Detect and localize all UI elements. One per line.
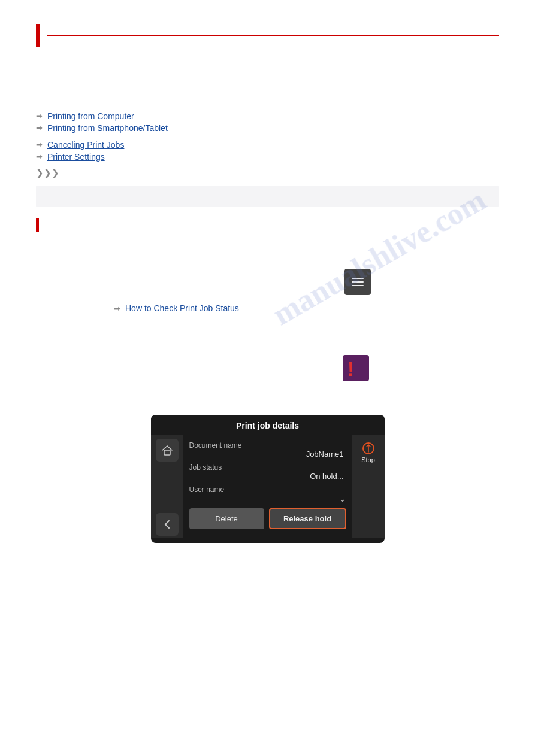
printer-screen-header: Print job details [151,415,385,435]
title-bar [36,24,499,47]
printer-actions: Delete Release hold [189,508,346,529]
section-body-1 [36,61,499,75]
list-icon [349,274,366,290]
see-also-link[interactable]: How to Check Print Job Status [125,303,239,313]
job-status-row: Job status On hold... [189,461,346,481]
printer-screen-content: Document name JobName1 Job status On hol… [183,435,352,538]
warning-icon-box: ! [343,355,369,381]
section2-red-bar [36,218,39,232]
section-body-5 [36,390,499,404]
section-body-4 [36,319,499,333]
svg-rect-0 [352,278,364,279]
section-body-3 [36,238,499,253]
job-status-value: On hold... [189,472,346,481]
svg-rect-1 [352,281,364,283]
link-1[interactable]: Printing from Computer [47,111,134,121]
arrow-icon-4: ➡ [36,152,43,161]
home-button[interactable] [156,439,179,462]
stop-label: Stop [361,456,375,463]
triple-arrow: ❯❯❯ [36,168,499,178]
title-red-bar [36,24,40,47]
title-line [47,35,499,36]
printer-screen: Print job details Document name JobName1 [151,415,385,543]
note-block [36,186,499,207]
link-3[interactable]: Canceling Print Jobs [47,140,124,150]
job-status-label: Job status [189,463,346,472]
document-name-value: JobName1 [189,450,346,459]
back-button[interactable] [156,513,179,536]
warning-icon: ! [343,355,369,381]
stop-button[interactable]: Stop [357,439,380,466]
section-body-2 [36,86,499,101]
user-name-label: User name [189,485,346,494]
arrow-icon-1: ➡ [36,111,43,120]
document-name-label: Document name [189,441,346,450]
link-group-2: ➡ Canceling Print Jobs ➡ Printer Setting… [36,140,499,162]
delete-button[interactable]: Delete [189,508,264,529]
section2-bar [36,218,499,232]
svg-rect-4 [164,450,170,455]
svg-rect-2 [352,285,364,286]
arrow-icon-3: ➡ [36,140,43,149]
list-icon-box [344,269,371,295]
chevron-down-icon: ⌄ [339,494,346,503]
link-4[interactable]: Printer Settings [47,152,105,162]
document-name-row: Document name JobName1 [189,439,346,459]
user-name-row: User name ⌄ [189,483,346,503]
link-group-1: ➡ Printing from Computer ➡ Printing from… [36,111,499,133]
see-also-arrow: ➡ [114,304,120,313]
arrow-icon-2: ➡ [36,123,43,132]
printer-left-nav [151,435,183,538]
link-2[interactable]: Printing from Smartphone/Tablet [47,123,168,133]
svg-text:!: ! [347,357,355,380]
printer-right-nav: Stop [352,435,385,538]
release-hold-button[interactable]: Release hold [269,508,346,529]
